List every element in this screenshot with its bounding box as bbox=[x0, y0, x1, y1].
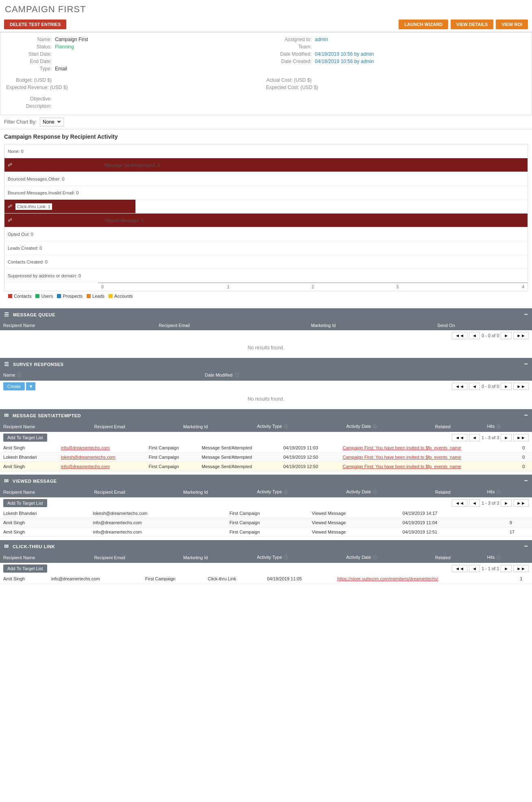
survey-title: SURVEY RESPONSES bbox=[13, 362, 63, 367]
description-label: Description: bbox=[6, 103, 55, 109]
ct-collapse[interactable]: − bbox=[524, 543, 528, 549]
survey-no-results: No results found. bbox=[0, 392, 532, 406]
ms-related[interactable]: Campaign First: You have been invited to… bbox=[340, 443, 519, 453]
ms-activity-type: Message Sent/Attempted bbox=[198, 443, 280, 453]
chart-row-label: None: 0 bbox=[8, 149, 101, 154]
chart-row-label: Opted Out: 0 bbox=[8, 232, 101, 237]
vm-first-btn[interactable]: ◄◄ bbox=[452, 499, 467, 507]
message-sent-header: ✉ MESSAGE SENT/ATTEMPTED − bbox=[0, 409, 532, 421]
ct-activity-type: Click-thru Link bbox=[205, 574, 264, 584]
mq-first-btn[interactable]: ◄◄ bbox=[452, 332, 467, 339]
date-created-value: 04/19/2019 10:56 by admin bbox=[315, 59, 374, 64]
ms-add-button[interactable]: Add To Target List bbox=[3, 434, 47, 442]
sr-name-help[interactable]: ⓘ bbox=[17, 373, 21, 377]
ms-activity-date: 04/19/2019 12:50 bbox=[280, 453, 339, 462]
vm-title: VIEWED MESSAGE bbox=[13, 479, 57, 484]
mq-col-marketing-id: Marketing Id bbox=[308, 320, 434, 330]
mq-next-btn[interactable]: ► bbox=[501, 332, 512, 339]
survey-collapse[interactable]: − bbox=[524, 361, 528, 367]
survey-icon: ☰ bbox=[4, 361, 9, 367]
sr-col-name: Name ⓘ bbox=[0, 370, 202, 381]
page-title: CAMPAIGN FIRST bbox=[0, 0, 532, 17]
click-thru-table: Recipient Name Recipient Email Marketing… bbox=[0, 552, 532, 563]
survey-create-dropdown[interactable]: ▼ bbox=[26, 382, 35, 390]
ct-prev-btn[interactable]: ◄ bbox=[469, 565, 480, 572]
ct-name: Amit Singh bbox=[0, 574, 48, 584]
ct-email: info@dreamertechs.com bbox=[48, 574, 142, 584]
toolbar-right: LAUNCH WIZARD VIEW DETAILS VIEW ROI bbox=[399, 20, 528, 29]
chart-title: Campaign Response by Recipient Activity bbox=[4, 133, 528, 140]
ms-email[interactable]: info@dreamertechs.com bbox=[58, 462, 146, 471]
sr-date-help[interactable]: ⓘ bbox=[235, 373, 239, 377]
ms-email[interactable]: info@dreamertechs.com bbox=[58, 443, 146, 453]
users-color bbox=[35, 294, 39, 298]
ct-icon: ✉ bbox=[4, 543, 9, 549]
vm-marketing-id: First Campaign bbox=[226, 518, 309, 527]
ct-first-btn[interactable]: ◄◄ bbox=[452, 565, 467, 572]
ms-icon: ✉ bbox=[4, 412, 9, 418]
message-sent-table: Recipient Name Recipient Email Marketing… bbox=[0, 421, 532, 432]
ms-col-hits: Hits ⓘ bbox=[484, 421, 532, 432]
sr-col-date-modified: Date Modified ⓘ bbox=[202, 370, 532, 381]
ms-related[interactable]: Campaign First: You have been invited to… bbox=[340, 462, 519, 471]
vm-col-email: Recipient Email bbox=[91, 487, 180, 497]
mq-prev-btn[interactable]: ◄ bbox=[469, 332, 480, 339]
vm-activity-type: Viewed Message bbox=[309, 527, 399, 537]
expected-cost-label: Expected Cost: (USD $) bbox=[266, 85, 321, 90]
filter-select[interactable]: None bbox=[40, 118, 64, 126]
assigned-to-label: Assigned to: bbox=[266, 37, 315, 42]
vm-add-row: Add To Target List ◄◄ ◄ 1 - 3 of 3 ► ►► bbox=[0, 497, 532, 509]
expected-revenue-label: Expected Revenue: (USD $) bbox=[6, 85, 71, 90]
delete-test-entries-button[interactable]: DELETE TEST ENTRIES bbox=[4, 20, 66, 29]
sr-prev-btn[interactable]: ◄ bbox=[469, 383, 480, 390]
vm-hits: 17 bbox=[506, 527, 532, 537]
ms-name: Amit Singh bbox=[0, 443, 58, 453]
mq-last-btn[interactable]: ►► bbox=[513, 332, 529, 339]
ms-prev-btn[interactable]: ◄ bbox=[469, 434, 480, 441]
chart-row-label: Bounced Messages,Invalid Email: 0 bbox=[8, 190, 101, 195]
ct-last-btn[interactable]: ►► bbox=[513, 565, 529, 572]
message-queue-collapse[interactable]: − bbox=[524, 311, 528, 318]
vm-related bbox=[492, 518, 506, 527]
legend-item-accounts: Accounts bbox=[109, 294, 133, 299]
ct-next-btn[interactable]: ► bbox=[501, 565, 512, 572]
sr-next-btn[interactable]: ► bbox=[501, 383, 512, 390]
viewed-message-section: ✉ VIEWED MESSAGE − Recipient Name Recipi… bbox=[0, 475, 532, 537]
ms-related[interactable]: Campaign First: You have been invited to… bbox=[340, 453, 519, 462]
vm-email: info@dreamertechs.com bbox=[89, 527, 226, 537]
ms-first-btn[interactable]: ◄◄ bbox=[452, 434, 467, 441]
survey-create-row: Create ▼ ◄◄ ◄ 0 - 0 of 0 ► ►► bbox=[0, 381, 532, 392]
launch-wizard-button[interactable]: LAUNCH WIZARD bbox=[399, 20, 448, 29]
ms-email[interactable]: lokesh@dreamertechs.com bbox=[58, 453, 146, 462]
vm-add-button[interactable]: Add To Target List bbox=[3, 499, 47, 507]
vm-next-btn[interactable]: ► bbox=[501, 499, 512, 507]
legend-label-prospects: Prospects bbox=[63, 294, 83, 299]
detail-panel: Name: Campaign First Assigned to: admin … bbox=[0, 32, 532, 115]
vm-last-btn[interactable]: ►► bbox=[513, 499, 529, 507]
survey-responses-header: ☰ SURVEY RESPONSES − bbox=[0, 358, 532, 370]
survey-create-button[interactable]: Create bbox=[3, 382, 25, 390]
sr-last-btn[interactable]: ►► bbox=[513, 383, 529, 390]
view-roi-button[interactable]: VIEW ROI bbox=[496, 20, 528, 29]
chart-section: Campaign Response by Recipient Activity … bbox=[0, 129, 532, 305]
ms-next-btn[interactable]: ► bbox=[501, 434, 512, 441]
vm-col-activity-date: Activity Date ⓘ bbox=[343, 487, 432, 497]
viewed-message-header: ✉ VIEWED MESSAGE − bbox=[0, 475, 532, 487]
ms-last-btn[interactable]: ►► bbox=[513, 434, 529, 441]
ms-marketing-id: First Campaign bbox=[146, 462, 198, 471]
vm-prev-btn[interactable]: ◄ bbox=[469, 499, 480, 507]
ms-add-row: Add To Target List ◄◄ ◄ 1 - 3 of 3 ► ►► bbox=[0, 432, 532, 443]
ct-pagination: ◄◄ ◄ 1 - 1 of 1 ► ►► bbox=[452, 565, 529, 572]
budget-label: Budget: (USD $) bbox=[6, 77, 55, 83]
ct-add-row: Add To Target List ◄◄ ◄ 1 - 1 of 1 ► ►► bbox=[0, 563, 532, 574]
vm-collapse[interactable]: − bbox=[524, 477, 528, 484]
ct-hits: 1 bbox=[517, 574, 532, 584]
sr-first-btn[interactable]: ◄◄ bbox=[452, 383, 467, 390]
ct-related[interactable]: https://store.suitecrm.com/members/dream… bbox=[334, 574, 517, 584]
ct-add-button[interactable]: Add To Target List bbox=[3, 564, 47, 573]
name-value: Campaign First bbox=[55, 37, 88, 42]
bar-label-viewed-message: Viewed Message: 3 bbox=[105, 218, 144, 223]
view-details-button[interactable]: VIEW DETAILS bbox=[451, 20, 493, 29]
survey-responses-section: ☰ SURVEY RESPONSES − Name ⓘ Date Modifie… bbox=[0, 358, 532, 406]
ms-collapse[interactable]: − bbox=[524, 412, 528, 418]
